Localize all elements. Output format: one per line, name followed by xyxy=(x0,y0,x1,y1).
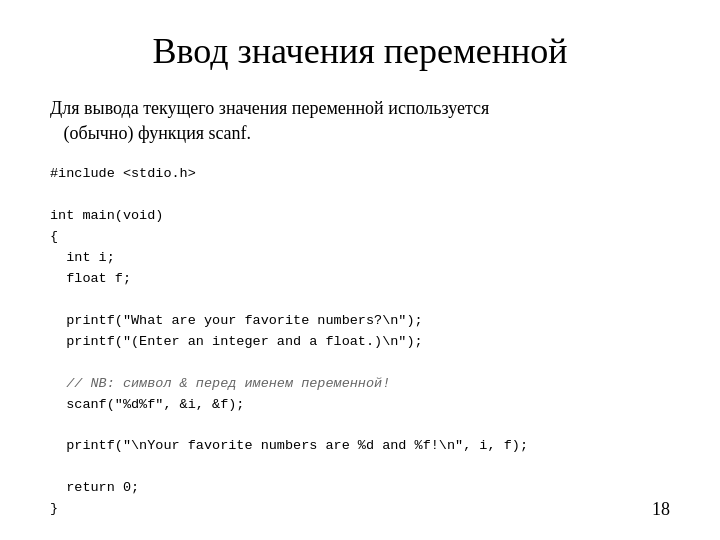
page-number: 18 xyxy=(652,499,670,520)
code-block: #include <stdio.h> int main(void) { int … xyxy=(50,164,670,520)
code-line-1: #include <stdio.h> xyxy=(50,166,196,181)
slide-title: Ввод значения переменной xyxy=(50,30,670,72)
code-line-3: int main(void) { int i; float f; printf(… xyxy=(50,208,423,349)
slide-description: Для вывода текущего значения переменной … xyxy=(50,96,670,146)
code-comment: // NB: символ & перед именем переменной! xyxy=(50,376,390,391)
code-line-scanf: scanf("%d%f", &i, &f); printf("\nYour fa… xyxy=(50,397,528,517)
slide: Ввод значения переменной Для вывода теку… xyxy=(0,0,720,540)
